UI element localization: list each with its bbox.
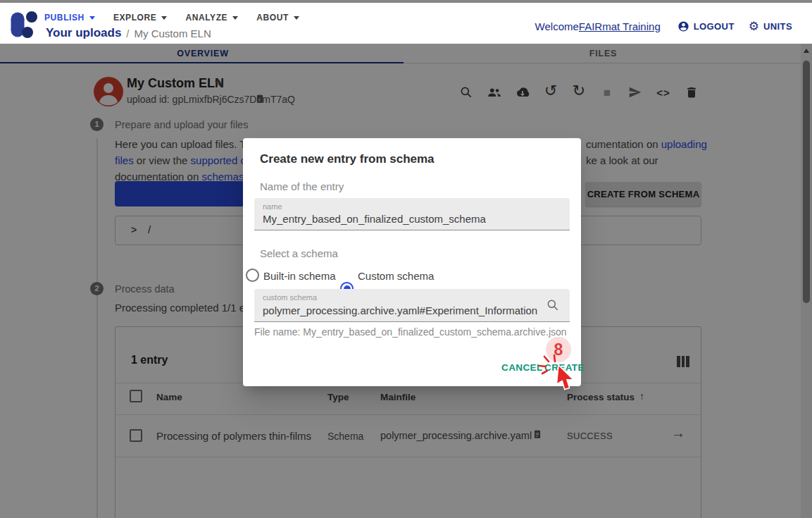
nav-item-analyze[interactable]: ANALYZE	[185, 13, 238, 23]
chevron-down-icon	[89, 16, 95, 20]
nav-item-explore-label: EXPLORE	[113, 13, 157, 23]
units-button[interactable]: UNITS	[763, 21, 792, 32]
schema-section-label: Select a schema	[260, 247, 338, 259]
custom-schema-input-value: polymer_processing.archive.yaml#Experime…	[263, 304, 537, 316]
nav-item-about-label: ABOUT	[256, 13, 289, 23]
logout-button[interactable]: LOGOUT	[694, 21, 735, 32]
nav-item-about[interactable]: ABOUT	[256, 13, 299, 23]
entry-name-input-label: name	[263, 202, 282, 211]
custom-schema-input-label: custom schema	[263, 293, 317, 302]
chevron-down-icon	[161, 16, 167, 20]
user-icon	[677, 20, 689, 32]
app-window: PUBLISH EXPLORE ANALYZE ABOUT Your uploa…	[0, 0, 812, 518]
breadcrumb-separator: /	[126, 27, 129, 39]
file-name-note: File name: My_entry_based_on_finalized_c…	[254, 326, 567, 338]
nav-item-explore[interactable]: EXPLORE	[113, 13, 168, 23]
cursor-pointer-icon	[553, 365, 582, 396]
custom-schema-input[interactable]: custom schema polymer_processing.archive…	[254, 289, 570, 322]
breadcrumb-current: My Custom ELN	[135, 27, 211, 39]
nav-item-analyze-label: ANALYZE	[185, 13, 227, 23]
entry-name-input[interactable]: name My_entry_based_on_finalized_custom_…	[254, 198, 570, 230]
nav-item-publish[interactable]: PUBLISH	[44, 13, 95, 23]
create-entry-dialog: Create new entry from schema Name of the…	[243, 138, 581, 386]
chevron-down-icon	[232, 16, 238, 20]
app-header: PUBLISH EXPLORE ANALYZE ABOUT Your uploa…	[0, 3, 812, 44]
breadcrumb-your-uploads[interactable]: Your uploads	[46, 26, 121, 40]
breadcrumb: Your uploads / My Custom ELN	[46, 25, 211, 41]
radio-builtin-schema-label[interactable]: Built-in schema	[263, 270, 336, 282]
welcome-text: Welcome	[535, 20, 579, 32]
entry-name-input-value: My_entry_based_on_finalized_custom_schem…	[263, 213, 486, 225]
radio-custom-schema-label[interactable]: Custom schema	[358, 270, 434, 282]
name-section-label: Name of the entry	[260, 180, 344, 192]
radio-builtin-schema[interactable]	[246, 269, 259, 282]
nomad-logo[interactable]	[9, 11, 42, 40]
user-link[interactable]: FAIRmat Training	[579, 20, 661, 32]
chevron-down-icon	[294, 16, 299, 20]
schema-search-icon[interactable]	[546, 298, 560, 312]
nav-item-publish-label: PUBLISH	[44, 13, 85, 23]
gear-icon: ⚙	[749, 20, 759, 32]
dialog-title: Create new entry from schema	[260, 152, 435, 166]
